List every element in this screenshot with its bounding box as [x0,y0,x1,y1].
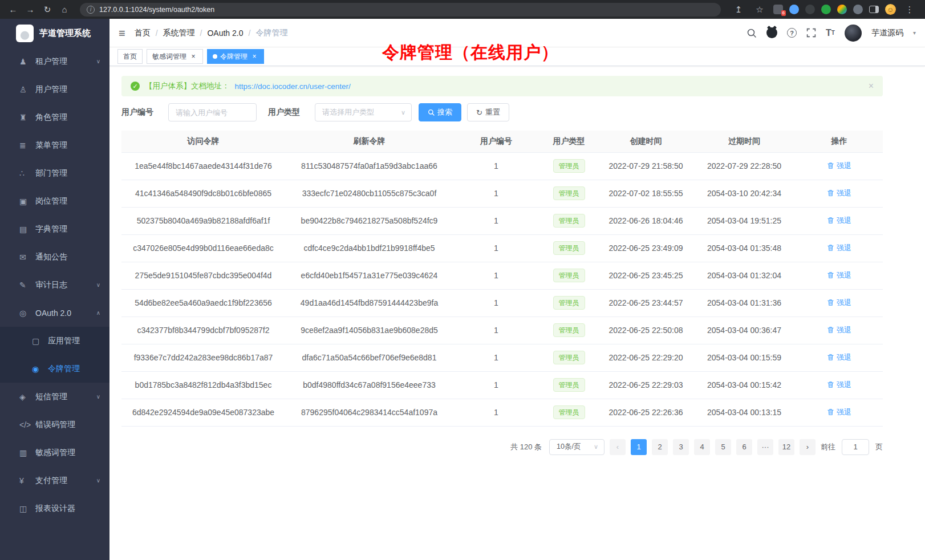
page-content: ✓ 【用户体系】文档地址： https://doc.iocoder.cn/use… [109,66,925,560]
home-icon[interactable]: ⌂ [57,3,72,17]
force-logout-label: 强退 [837,216,851,226]
sidebar-item[interactable]: ♙ 用户管理 [0,75,109,103]
user-type-select[interactable]: 请选择用户类型 ∨ [315,103,412,121]
sidebar-item[interactable]: ✉ 通知公告 [0,243,109,271]
font-size-icon[interactable]: TT [826,28,835,38]
sidebar-item[interactable]: ◎ OAuth 2.0 ∧ [0,299,109,327]
page-number-button[interactable]: 2 [652,439,668,455]
user-type-cell: 管理员 [539,344,599,371]
next-page-button[interactable]: › [800,439,816,455]
help-icon[interactable]: ? [787,28,797,38]
extension-colorful-icon[interactable] [837,5,847,14]
force-logout-button[interactable]: 强退 [827,161,851,171]
sidebar-item-label: 菜单管理 [35,140,67,151]
force-logout-button[interactable]: 强退 [827,188,851,198]
force-logout-button[interactable]: 强退 [827,325,851,335]
sidebar-item[interactable]: ◈ 短信管理 ∨ [0,383,109,411]
sidebar-item[interactable]: ▣ 岗位管理 [0,187,109,215]
user-id-input[interactable] [168,103,257,121]
expire-time-cell: 2054-03-04 00:36:47 [693,316,796,344]
force-logout-label: 强退 [837,325,851,335]
force-logout-button[interactable]: 强退 [827,298,851,308]
app-logo-row[interactable]: 芋道管理系统 [0,19,109,47]
force-logout-label: 强退 [837,243,851,253]
github-icon[interactable] [766,27,777,38]
bookmark-star-icon[interactable]: ☆ [752,3,767,17]
extension-gray-icon[interactable] [853,5,863,14]
delete-icon [827,354,834,361]
tab[interactable]: 首页 [117,49,143,64]
tab[interactable]: 令牌管理 × [207,49,264,64]
user-id-cell: 1 [453,207,539,234]
sidebar-item[interactable]: ✎ 审计日志 ∨ [0,271,109,299]
breadcrumb-item[interactable]: OAuth 2.0 [207,29,243,38]
force-logout-button[interactable]: 强退 [827,380,851,390]
tab[interactable]: 敏感词管理 × [147,49,203,64]
sidebar-item[interactable]: ≣ 菜单管理 [0,131,109,159]
force-logout-button[interactable]: 强退 [827,243,851,253]
extension-green-icon[interactable] [821,5,831,14]
browser-profile-avatar[interactable]: ☺ [885,4,896,15]
force-logout-button[interactable]: 强退 [827,216,851,226]
fullscreen-icon[interactable] [806,28,816,38]
search-button[interactable]: 搜索 [419,103,461,121]
share-icon[interactable]: ↥ [731,3,746,17]
action-cell: 强退 [796,180,883,207]
alert-close-icon[interactable]: × [869,81,874,91]
page-number-button[interactable]: ··· [757,439,773,455]
username[interactable]: 芋道源码 [871,28,903,38]
prev-page-button[interactable]: ‹ [610,439,626,455]
back-icon[interactable]: ← [6,3,21,17]
sidebar-item[interactable]: </> 错误码管理 [0,411,109,439]
chevron-down-icon: ∨ [594,443,598,451]
page-number-button[interactable]: 5 [715,439,731,455]
page-number-button[interactable]: 4 [694,439,710,455]
access-token-cell: 41c41346a548490f9dc8b01c6bfe0865 [121,180,285,207]
reset-button[interactable]: ↻ 重置 [467,103,509,121]
user-id-cell: 1 [453,344,539,371]
tab-close-icon[interactable]: × [250,52,258,60]
sidebar-item[interactable]: ▢ 应用管理 [0,327,109,355]
force-logout-button[interactable]: 强退 [827,270,851,281]
breadcrumb-item[interactable]: 首页 [135,28,151,38]
sidebar-item-label: 租户管理 [35,56,67,67]
reload-icon[interactable]: ↻ [40,3,55,17]
doc-link[interactable]: https://doc.iocoder.cn/user-center/ [235,82,351,91]
sidebar-item[interactable]: ♜ 角色管理 [0,103,109,131]
force-logout-button[interactable]: 强退 [827,407,851,417]
user-avatar[interactable] [845,25,862,42]
page-number-button[interactable]: 6 [736,439,752,455]
sidebar-item[interactable]: ¥ 支付管理 ∨ [0,466,109,494]
forward-icon[interactable]: → [23,3,38,17]
extension-blue-icon[interactable] [789,5,799,14]
goto-page-input[interactable] [842,439,869,455]
extension-dark-icon[interactable] [805,5,815,14]
sidebar-item[interactable]: ▤ 字典管理 [0,215,109,243]
sidebar-item[interactable]: ∴ 部门管理 [0,159,109,187]
sidebar-item[interactable]: ▥ 敏感词管理 [0,439,109,466]
expire-time-cell: 2054-03-04 00:13:15 [693,399,796,426]
sidebar-item[interactable]: ◫ 报表设计器 [0,494,109,522]
breadcrumb-item[interactable]: 令牌管理 [255,28,287,38]
address-bar[interactable]: i 127.0.0.1:1024/system/oauth2/token [80,3,721,17]
user-menu-caret-icon[interactable]: ▾ [913,30,916,36]
force-logout-button[interactable]: 强退 [827,352,851,363]
action-cell: 强退 [796,289,883,316]
create-time-cell: 2022-06-25 23:45:25 [599,262,693,289]
tab-close-icon[interactable]: × [189,52,197,60]
page-size-select[interactable]: 10条/页 ∨ [549,439,605,455]
search-icon[interactable] [747,28,757,38]
site-info-icon[interactable]: i [87,6,95,14]
sidebar-item[interactable]: ♟ 租户管理 ∨ [0,47,109,75]
extension-grid-icon[interactable]: 6 [773,5,783,14]
user-type-badge: 管理员 [553,241,585,255]
side-panel-icon[interactable] [869,6,879,13]
breadcrumb-item[interactable]: 系统管理 [163,28,195,38]
sidebar-item[interactable]: ◉ 令牌管理 [0,355,109,383]
user-type-cell: 管理员 [539,262,599,289]
page-number-button[interactable]: 12 [778,439,794,455]
sidebar-toggle-icon[interactable]: ≡ [119,27,125,39]
page-number-button[interactable]: 1 [631,439,647,455]
browser-menu-icon[interactable]: ⋮ [902,3,917,17]
page-number-button[interactable]: 3 [673,439,689,455]
